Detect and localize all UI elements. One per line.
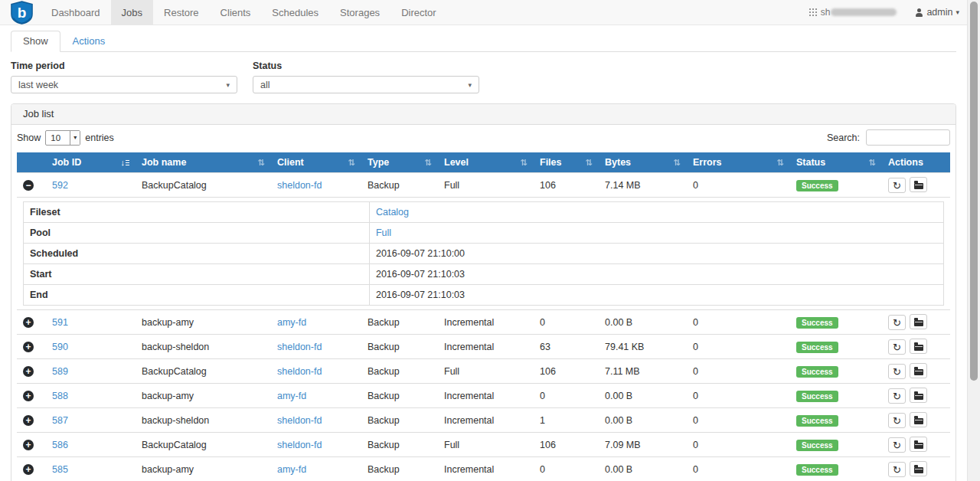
client-link[interactable]: sheldon-fd xyxy=(277,180,322,191)
expand-toggle-icon[interactable]: − xyxy=(23,180,34,191)
select-caret-icon: ▾ xyxy=(226,81,230,89)
files-cell: 106 xyxy=(534,359,599,384)
job-id-link[interactable]: 588 xyxy=(52,391,68,401)
type-cell: Backup xyxy=(361,310,438,335)
expand-toggle-icon[interactable]: + xyxy=(23,464,34,475)
client-link[interactable]: amy-fd xyxy=(277,464,306,475)
rerun-button[interactable]: ↻ xyxy=(888,413,906,428)
rerun-icon: ↻ xyxy=(893,342,901,352)
restore-button[interactable] xyxy=(910,363,927,378)
restore-button[interactable] xyxy=(910,339,927,354)
rerun-button[interactable]: ↻ xyxy=(888,178,906,193)
detail-key: End xyxy=(24,285,370,306)
column-header-job-id[interactable]: Job ID xyxy=(46,152,136,173)
brand-logo[interactable]: b xyxy=(11,0,33,25)
search-input[interactable] xyxy=(866,129,950,146)
level-cell: Full xyxy=(438,359,534,384)
column-header-files[interactable]: Files ⇅ xyxy=(534,152,599,173)
column-header-actions[interactable]: Actions xyxy=(882,152,950,173)
nav-item-schedules[interactable]: Schedules xyxy=(261,0,329,25)
client-link[interactable]: sheldon-fd xyxy=(277,366,322,377)
folder-icon xyxy=(914,467,923,473)
expand-toggle-icon[interactable]: + xyxy=(23,440,34,450)
column-header-client[interactable]: Client ⇅ xyxy=(271,152,361,173)
user-menu[interactable]: admin ▾ xyxy=(915,7,959,18)
tab-show[interactable]: Show xyxy=(11,31,60,52)
nav-item-jobs[interactable]: Jobs xyxy=(111,0,153,25)
job-name-cell: BackupCatalog xyxy=(136,433,271,457)
job-id-link[interactable]: 586 xyxy=(52,440,68,450)
column-header-bytes[interactable]: Bytes ⇅ xyxy=(599,152,687,173)
nav-item-clients[interactable]: Clients xyxy=(210,0,262,25)
type-cell: Backup xyxy=(361,335,438,359)
expand-toggle-icon[interactable]: + xyxy=(23,342,34,352)
rerun-button[interactable]: ↻ xyxy=(888,462,906,477)
client-link[interactable]: sheldon-fd xyxy=(277,440,322,450)
status-select[interactable]: all ▾ xyxy=(253,76,479,93)
files-cell: 0 xyxy=(534,457,599,481)
sort-icon: ⇅ xyxy=(674,156,681,169)
time-period-select[interactable]: last week ▾ xyxy=(11,76,237,93)
rerun-button[interactable]: ↻ xyxy=(888,437,906,453)
job-name-cell: backup-amy xyxy=(136,457,271,481)
restore-button[interactable] xyxy=(910,314,927,329)
host-label: sh xyxy=(821,7,831,18)
status-badge: Success xyxy=(796,366,838,378)
tab-bar: ShowActions xyxy=(11,31,956,52)
files-cell: 106 xyxy=(534,433,599,457)
level-cell: Incremental xyxy=(438,408,534,433)
client-link[interactable]: amy-fd xyxy=(277,317,306,328)
errors-cell: 0 xyxy=(687,433,790,457)
scrollbar-track[interactable] xyxy=(967,0,980,481)
column-header-errors[interactable]: Errors ⇅ xyxy=(687,152,790,173)
expand-toggle-icon[interactable]: + xyxy=(23,415,34,426)
detail-value-link[interactable]: Catalog xyxy=(376,207,409,218)
nav-item-dashboard[interactable]: Dashboard xyxy=(41,0,111,25)
restore-button[interactable] xyxy=(910,461,927,476)
page-length-control: Show 10 ▾ entries xyxy=(17,130,114,146)
restore-button[interactable] xyxy=(910,388,927,403)
job-name-cell: backup-sheldon xyxy=(136,335,271,359)
type-cell: Backup xyxy=(361,384,438,408)
rerun-button[interactable]: ↻ xyxy=(888,388,906,404)
client-link[interactable]: amy-fd xyxy=(277,391,306,401)
rerun-button[interactable]: ↻ xyxy=(888,364,906,379)
column-header-type[interactable]: Type ⇅ xyxy=(361,152,438,173)
job-name-cell: BackupCatalog xyxy=(136,359,271,384)
restore-button[interactable] xyxy=(910,437,927,452)
bytes-cell: 0.00 B xyxy=(599,408,687,433)
director-selector[interactable]: sh xyxy=(809,7,897,18)
bytes-cell: 0.00 B xyxy=(599,384,687,408)
rerun-button[interactable]: ↻ xyxy=(888,339,906,355)
job-id-link[interactable]: 589 xyxy=(52,366,68,377)
entries-select[interactable]: 10 ▾ xyxy=(45,130,80,146)
expand-toggle-icon[interactable]: + xyxy=(23,366,34,377)
job-id-link[interactable]: 592 xyxy=(52,180,68,191)
entries-value: 10 xyxy=(46,131,70,145)
nav-item-director[interactable]: Director xyxy=(390,0,447,25)
detail-value-link[interactable]: Full xyxy=(376,227,391,238)
job-id-link[interactable]: 591 xyxy=(52,317,68,328)
detail-key: Scheduled xyxy=(24,244,370,264)
nav-item-storages[interactable]: Storages xyxy=(329,0,390,25)
client-link[interactable]: sheldon-fd xyxy=(277,415,322,426)
client-link[interactable]: sheldon-fd xyxy=(277,342,322,352)
job-id-link[interactable]: 590 xyxy=(52,342,68,352)
restore-button[interactable] xyxy=(910,412,927,427)
scrollbar-thumb[interactable] xyxy=(970,2,978,381)
nav-item-restore[interactable]: Restore xyxy=(153,0,210,25)
folder-icon xyxy=(914,369,923,375)
tab-actions[interactable]: Actions xyxy=(60,31,118,52)
job-id-link[interactable]: 587 xyxy=(52,415,68,426)
column-header-status[interactable]: Status ⇅ xyxy=(790,152,882,173)
column-header-level[interactable]: Level ⇅ xyxy=(438,152,534,173)
restore-button[interactable] xyxy=(910,177,927,192)
column-header-job-name[interactable]: Job name ⇅ xyxy=(136,152,271,173)
level-cell: Incremental xyxy=(438,310,534,335)
expand-toggle-icon[interactable]: + xyxy=(23,317,34,328)
job-id-link[interactable]: 585 xyxy=(52,464,68,475)
sort-icon: ⇅ xyxy=(586,156,593,169)
folder-icon xyxy=(914,394,923,400)
rerun-button[interactable]: ↻ xyxy=(888,315,906,330)
expand-toggle-icon[interactable]: + xyxy=(23,391,34,401)
